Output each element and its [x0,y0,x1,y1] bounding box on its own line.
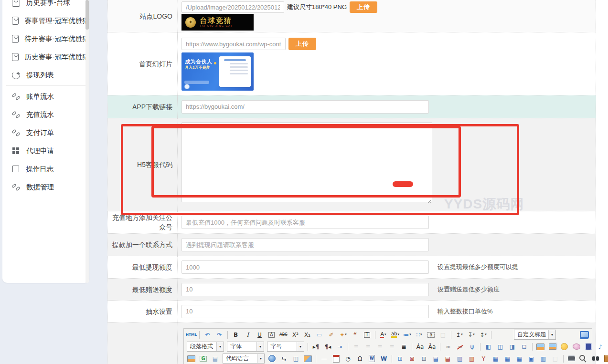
indent-icon[interactable]: ⇥ [334,342,345,352]
italic-icon[interactable]: I [242,330,253,340]
split-table-icon[interactable]: ▥ [538,354,549,364]
site-logo-upload-button[interactable]: 上传 [350,1,377,13]
undo-icon[interactable]: ↶ [202,330,213,340]
chevron-down-icon[interactable]: ▾ [297,342,304,351]
merge-down-icon[interactable]: ▦ [514,354,525,364]
page-props-icon[interactable]: □ [550,354,561,364]
qq-icon[interactable] [267,354,277,364]
find-icon[interactable] [590,354,601,364]
word-icon[interactable]: W [378,354,389,364]
sidebar-item-history-match-champion[interactable]: 历史赛事-冠军优胜猜 [2,48,89,66]
table-insert-icon[interactable]: ⊞ [395,354,405,364]
custom-title-select[interactable]: 自定义标题▾ [514,330,556,340]
unordered-list-icon[interactable]: ∷▾ [414,330,425,340]
format-brush-icon[interactable]: ✐ [326,330,337,340]
insert-image-icon[interactable] [535,342,546,352]
underline-icon[interactable]: U [254,330,265,340]
emoticons-icon[interactable] [559,342,570,352]
chevron-down-icon[interactable]: ▾ [384,333,386,336]
sidebar-item-agent-apply[interactable]: 代理申请 [2,142,89,160]
align-full-icon[interactable]: ≣ [398,342,409,352]
chevron-down-icon[interactable]: ▾ [461,333,463,336]
bold-icon[interactable]: B [230,330,241,340]
chevron-down-icon[interactable]: ▾ [473,333,475,336]
split-cell-icon[interactable]: Y [478,354,489,364]
align-center-icon[interactable]: ≡ [363,342,373,352]
min-bonus-input[interactable] [181,283,429,296]
new-page-icon[interactable]: □ [437,330,448,340]
chevron-down-icon[interactable]: ▾ [485,333,487,336]
chevron-down-icon[interactable]: ▾ [397,333,399,336]
chevron-down-icon[interactable]: ▾ [345,333,347,336]
table-delete-icon[interactable]: ⊠ [406,354,417,364]
anchor-icon[interactable]: ψ [467,342,478,352]
image-align-left-icon[interactable]: ◧ [483,342,494,352]
recharge-note-input[interactable] [181,216,429,229]
autoformat-icon[interactable]: ✦▾ [338,330,349,340]
redo-icon[interactable]: ↷ [214,330,225,340]
ltr-icon[interactable]: ▸¶ [310,342,321,352]
print-icon[interactable] [566,354,577,364]
columns-icon[interactable]: ◫ [290,354,301,364]
insert-media-icon[interactable] [583,342,594,352]
image-align-right-icon[interactable]: ◨ [507,342,518,352]
col-delete-icon[interactable]: ▥ [466,354,477,364]
sidebar-item-pending-match-champion[interactable]: 待开赛事-冠军优胜猜 [2,30,89,48]
row-delete-icon[interactable]: ▤ [442,354,453,364]
font-family-select[interactable]: 字体▾ [227,342,264,352]
paragraph-format-select[interactable]: 段落格式▾ [187,342,224,352]
h5-code-textarea[interactable] [181,122,432,202]
slides-upload-button[interactable]: 上传 [288,38,316,50]
sidebar-item-pay-order[interactable]: 支付订单 [2,124,89,142]
sidebar-item-bill-flow[interactable]: 账单流水 [2,87,89,105]
chevron-down-icon[interactable]: ▾ [257,354,264,363]
sidebar-item-data-manage[interactable]: 数据管理 [2,178,89,196]
font-size-select[interactable]: 字号▾ [267,342,304,352]
gallery-icon[interactable] [186,354,197,364]
table-properties-icon[interactable]: ⊞ [418,354,429,364]
hr-icon[interactable]: — [319,354,330,364]
merge-cells-icon[interactable]: ▣ [526,354,537,364]
ordered-list-icon[interactable]: ≔▾ [402,330,413,340]
rake-input[interactable] [181,305,429,318]
chevron-down-icon[interactable]: ▾ [216,342,224,351]
remote-doc-icon[interactable]: ▤ [210,354,221,364]
unlink-icon[interactable]: ∞ [455,342,466,352]
chevron-down-icon[interactable]: ▾ [420,333,422,336]
clock-icon[interactable]: ◔ [342,354,353,364]
map-icon[interactable]: G [198,354,209,364]
paragraph-bottom-spacing-icon[interactable]: ↧▾ [466,330,477,340]
subscript-icon[interactable]: X₂ [302,330,313,340]
omega-icon[interactable]: Ω [354,354,365,364]
sidebar-item-withdraw-list[interactable]: 提现列表 [2,66,89,84]
multi-image-icon[interactable] [547,342,558,352]
strikethrough-icon[interactable]: ABC [278,330,289,340]
line-height-icon[interactable]: ↕▾ [478,330,489,340]
fullscreen-icon[interactable] [579,330,590,340]
app-link-input[interactable] [181,100,429,114]
paragraph-top-spacing-icon[interactable]: ↥▾ [454,330,465,340]
sidebar-scrollbar-thumb[interactable] [85,0,89,30]
inline-code-icon[interactable]: a [426,330,437,340]
code-language-select[interactable]: 代码语言▾ [223,354,265,364]
align-right-icon[interactable]: ≡ [374,342,385,352]
superscript-icon[interactable]: X² [290,330,301,340]
html-source-icon[interactable]: HTML [186,330,197,340]
chevron-down-icon[interactable]: ▾ [409,333,411,336]
sidebar-item-operation-log[interactable]: 操作日志 [2,160,89,178]
paste-word-icon[interactable]: W [366,354,377,364]
sidebar-item-recharge-flow[interactable]: 充值流水 [2,105,89,124]
withdraw-note-input[interactable] [181,238,429,251]
screenshot-icon[interactable] [302,354,313,364]
sidebar-item-history-billiards[interactable]: 历史赛事-台球 [2,0,89,11]
preview-icon[interactable] [578,354,589,364]
slides-input[interactable] [181,38,286,50]
link-icon[interactable]: ∞ [443,342,454,352]
min-withdraw-input[interactable] [181,260,429,274]
row-insert-icon[interactable]: ▤ [430,354,441,364]
merge-right-icon[interactable]: ▦ [502,354,513,364]
cell-properties-icon[interactable]: ▦ [490,354,501,364]
align-left-icon[interactable]: ≡ [351,342,362,352]
highlight-color-icon[interactable]: ab▾ [390,330,401,340]
col-insert-icon[interactable]: ▥ [454,354,465,364]
